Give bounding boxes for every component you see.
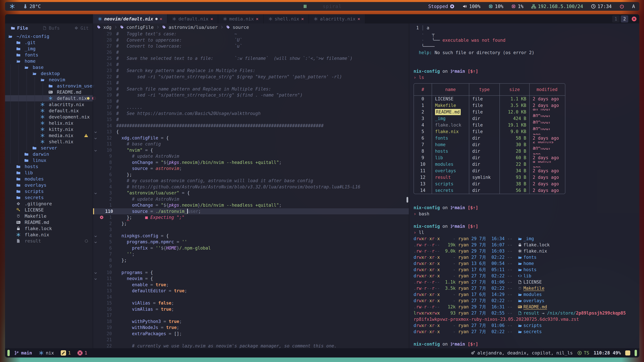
tree-item[interactable]: default.nix: [5, 95, 93, 101]
tree-item[interactable]: hosts: [5, 163, 93, 170]
code-line[interactable]: 23# Search key pattern and Replace in Mu…: [93, 67, 409, 74]
explorer-tab-file[interactable]: File: [11, 25, 28, 31]
code-line[interactable]: 21: [93, 337, 409, 343]
close-icon[interactable]: ×: [160, 16, 162, 21]
close-icon[interactable]: ×: [256, 16, 258, 21]
tree-item[interactable]: README.md: [5, 219, 93, 225]
terminal-pane[interactable]: 1 │ a · ┬ · ╰── executable was not found…: [409, 23, 639, 348]
code-line[interactable]: 7 '';: [93, 251, 409, 257]
stop-icon[interactable]: [450, 4, 455, 9]
tree-item[interactable]: helix.nix: [5, 120, 93, 126]
tree-item[interactable]: desktop: [5, 70, 93, 77]
scrollbar-thumb[interactable]: [406, 197, 408, 203]
code-line[interactable]: 20# Search file name pattern and Replace…: [93, 86, 409, 92]
code-line[interactable]: 27# Convert to lowercase: `u`: [93, 43, 409, 49]
code-line[interactable]: 13{: [93, 129, 409, 135]
tree-item[interactable]: LICENSE: [5, 207, 93, 213]
tree-item[interactable]: .gitignore: [5, 201, 93, 207]
tree-item[interactable]: .git: [5, 39, 93, 45]
code-line[interactable]: 1 }; ■ Expecting ";": [93, 214, 409, 221]
code-line[interactable]: 9 # update AstroNvim: [93, 153, 409, 159]
code-line[interactable]: 15#: [93, 116, 409, 123]
power-module[interactable]: [619, 4, 624, 9]
code-line[interactable]: 9: [93, 263, 409, 270]
code-line[interactable]: 18#: [93, 98, 409, 104]
tree-item[interactable]: ~/nix-config: [5, 33, 93, 39]
code-line[interactable]: 110 source = ./astronvim_user;: [93, 208, 409, 215]
code-area[interactable]: 29# Toggle text's case: ~28# Convert to …: [93, 31, 409, 348]
tabpage-1[interactable]: 1: [612, 15, 620, 22]
clock-module[interactable]: 17:34: [591, 4, 612, 9]
code-line[interactable]: 5 programs.npm.npmrc = '': [93, 239, 409, 245]
tree-item[interactable]: fonts: [5, 52, 93, 58]
explorer-tab-bufs[interactable]: Bufs: [42, 25, 60, 31]
code-line[interactable]: 28# Convert to uppercase: `U`: [93, 37, 409, 43]
tree-item[interactable]: lib: [5, 170, 93, 176]
code-line[interactable]: 26#: [93, 49, 409, 55]
code-line[interactable]: 8 onChange = "${pkgs.neovim}/bin/nvim --…: [93, 159, 409, 166]
breadcrumb-segment[interactable]: xdg: [103, 25, 112, 30]
code-line[interactable]: 10 programs = {: [93, 270, 409, 276]
tree-item[interactable]: home: [5, 58, 93, 64]
tree-item[interactable]: secrets: [5, 194, 93, 201]
code-line[interactable]: 18 withPython3 = true;: [93, 319, 409, 325]
buffer-tab[interactable]: neovim/default.nix×: [93, 14, 167, 23]
buffer-tab[interactable]: alacritty.nix×: [309, 14, 365, 23]
buffer-tab[interactable]: media.nix×: [218, 14, 264, 23]
editor-pane[interactable]: xdgconfigFileastronvim/lua/usersource 29…: [93, 23, 409, 348]
close-window-icon[interactable]: [631, 16, 637, 22]
tree-item[interactable]: neovim: [5, 77, 93, 83]
code-line[interactable]: 6 prefix = ''${HOME}/.npm-global: [93, 245, 409, 251]
close-icon[interactable]: ×: [301, 16, 304, 21]
tree-item[interactable]: modules: [5, 176, 93, 182]
tree-item[interactable]: flake.lock: [5, 225, 93, 232]
breadcrumb-segment[interactable]: astronvim/lua/user: [168, 25, 218, 30]
modified-count-segment[interactable]: 1: [61, 350, 71, 356]
code-line[interactable]: 21#: [93, 80, 409, 86]
tree-item[interactable]: alacritty.nix: [5, 101, 93, 108]
code-line[interactable]: 22 # currently we use lazy.nvim as neovi…: [93, 343, 409, 349]
code-line[interactable]: 4 nixpkgs.config = {: [93, 233, 409, 239]
breadcrumb-segment[interactable]: configFile: [126, 25, 154, 30]
code-line[interactable]: 6 };: [93, 172, 409, 178]
tree-item[interactable]: server: [5, 145, 93, 151]
explorer-tab-git[interactable]: Git: [74, 25, 89, 31]
code-line[interactable]: 12 xdg.configFile = {: [93, 135, 409, 141]
tree-item[interactable]: base: [5, 64, 93, 70]
tree-item[interactable]: Makefile: [5, 213, 93, 219]
tree-item[interactable]: result: [5, 238, 93, 244]
code-line[interactable]: 7 source = astronvim;: [93, 165, 409, 172]
code-line[interactable]: 15 viAlias = false;: [93, 300, 409, 306]
network-module[interactable]: 192.168.5.100/24: [531, 4, 583, 9]
gpu-module[interactable]: 1%: [511, 4, 524, 9]
code-line[interactable]: 3: [93, 227, 409, 233]
speaker-icon[interactable]: [462, 4, 468, 9]
tree-item[interactable]: flake.nix: [5, 232, 93, 238]
tree-item[interactable]: scripts: [5, 188, 93, 194]
close-icon[interactable]: ×: [210, 16, 213, 21]
code-line[interactable]: 14: [93, 294, 409, 300]
tree-item[interactable]: darwin: [5, 151, 93, 157]
tabpage-2[interactable]: 2: [621, 15, 628, 22]
close-icon[interactable]: ×: [358, 16, 360, 21]
code-line[interactable]: 20 extraPackages = [];: [93, 331, 409, 337]
tree-item[interactable]: default.nix: [5, 108, 93, 114]
error-count-segment[interactable]: 1: [78, 350, 87, 356]
code-line[interactable]: 11 neovim = {: [93, 276, 409, 282]
tree-item[interactable]: linux: [5, 157, 93, 163]
git-branch-segment[interactable]: main: [14, 350, 32, 356]
tree-item[interactable]: _img: [5, 45, 93, 52]
code-line[interactable]: 2 };: [93, 221, 409, 227]
code-line[interactable]: 22# sed -ri "s/pattern_str/replace_str/g…: [93, 74, 409, 80]
tree-item[interactable]: astronvim_user: [5, 83, 93, 89]
code-line[interactable]: 2 # update AstroNvim: [93, 196, 409, 202]
code-line[interactable]: 16 vimAlias = true;: [93, 306, 409, 312]
volume-module[interactable]: 100%: [462, 4, 480, 9]
code-line[interactable]: 24#: [93, 61, 409, 68]
code-line[interactable]: 29# Toggle text's case: ~: [93, 31, 409, 37]
code-line[interactable]: 1 onChange = "${pkgs.neovim}/bin/nvim --…: [93, 202, 409, 208]
buffer-tab[interactable]: default.nix×: [167, 14, 218, 23]
power-icon[interactable]: [619, 4, 624, 9]
code-line[interactable]: 11 # base config: [93, 141, 409, 147]
code-line[interactable]: 25# Save the selected text to a file: `:…: [93, 55, 409, 61]
